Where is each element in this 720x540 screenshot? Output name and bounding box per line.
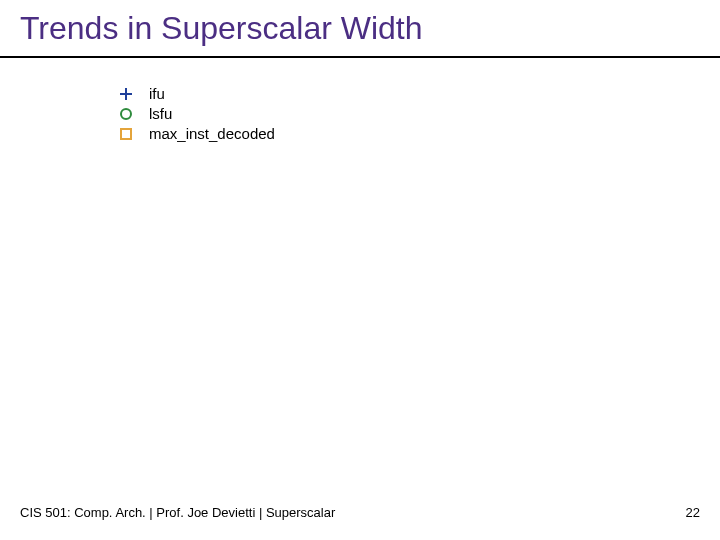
square-icon: [117, 125, 135, 143]
title-underline: [0, 56, 720, 58]
legend-item: lsfu: [117, 104, 275, 124]
circle-icon: [117, 105, 135, 123]
page-number: 22: [686, 505, 700, 520]
footer: CIS 501: Comp. Arch. | Prof. Joe Deviett…: [20, 505, 700, 520]
legend-label: max_inst_decoded: [149, 124, 275, 144]
legend-label: ifu: [149, 84, 165, 104]
page-title: Trends in Superscalar Width: [20, 10, 423, 47]
legend: ifu lsfu max_inst_decoded: [117, 84, 275, 144]
legend-item: max_inst_decoded: [117, 124, 275, 144]
svg-point-2: [121, 109, 131, 119]
footer-text: CIS 501: Comp. Arch. | Prof. Joe Deviett…: [20, 505, 335, 520]
plus-icon: [117, 85, 135, 103]
slide: Trends in Superscalar Width ifu lsfu: [0, 0, 720, 540]
legend-item: ifu: [117, 84, 275, 104]
svg-rect-3: [121, 129, 131, 139]
legend-label: lsfu: [149, 104, 172, 124]
